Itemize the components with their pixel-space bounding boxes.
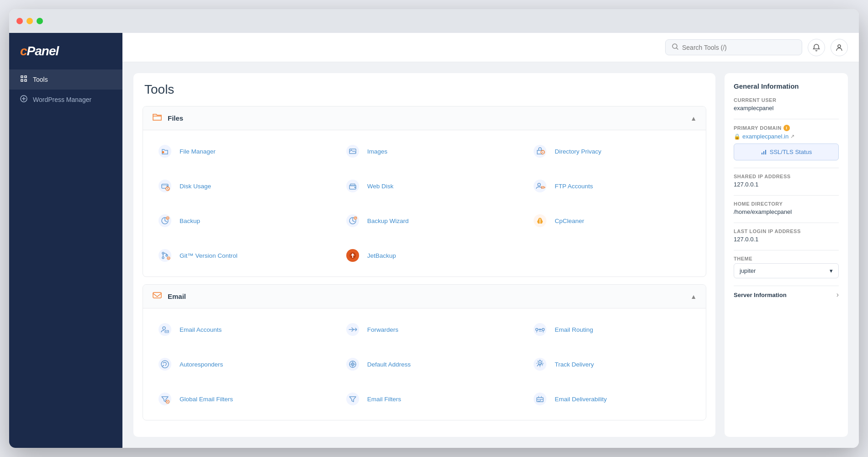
shared-ip-label: Shared IP Address xyxy=(734,174,839,179)
theme-label: Theme xyxy=(734,256,839,261)
email-filters-icon xyxy=(344,390,362,408)
sidebar-item-wordpress[interactable]: WordPress Manager xyxy=(9,90,122,110)
svg-rect-59 xyxy=(763,151,764,154)
files-section-header[interactable]: Files ▲ xyxy=(143,106,706,130)
cpcleaner-label: CpCleaner xyxy=(555,218,584,224)
email-tools-grid: Email Accounts xyxy=(143,308,706,420)
tool-item-autoresponders[interactable]: Autoresponders xyxy=(147,349,327,380)
files-chevron-icon: ▲ xyxy=(690,115,697,122)
wordpress-icon xyxy=(20,95,27,104)
tool-item-file-manager[interactable]: File Manager xyxy=(147,136,327,167)
email-accounts-label: Email Accounts xyxy=(180,326,222,333)
primary-domain-link[interactable]: 🔒 examplecpanel.in ↗ xyxy=(734,133,839,140)
browser-window: cPanel Tools xyxy=(9,9,859,448)
divider-3 xyxy=(734,195,839,196)
default-address-icon xyxy=(344,355,362,373)
files-section-label: Files xyxy=(168,114,183,122)
tool-item-images[interactable]: Images xyxy=(334,136,515,167)
tool-item-jetbackup[interactable]: JetBackup xyxy=(334,240,515,271)
sidebar-item-tools[interactable]: Tools xyxy=(9,69,122,90)
minimize-button[interactable] xyxy=(26,18,33,24)
last-login-label: Last Login IP Address xyxy=(734,228,839,234)
divider-5 xyxy=(734,250,839,250)
global-email-filters-label: Global Email Filters xyxy=(180,396,233,403)
tool-item-backup-wizard[interactable]: Backup Wizard xyxy=(334,205,515,236)
content-area: Tools Files xyxy=(122,62,859,448)
logo-text: cPanel xyxy=(20,44,58,58)
tool-item-email-deliverability[interactable]: Email Deliverability xyxy=(522,383,702,414)
maximize-button[interactable] xyxy=(37,18,43,24)
last-login-row: Last Login IP Address 127.0.0.1 xyxy=(734,228,839,243)
info-panel: General Information Current User example… xyxy=(725,73,848,437)
svg-point-7 xyxy=(351,150,352,151)
autoresponders-icon xyxy=(156,355,174,373)
sidebar-nav: Tools WordPress Manager xyxy=(9,66,122,113)
track-delivery-icon xyxy=(531,355,549,373)
sidebar-item-wordpress-label: WordPress Manager xyxy=(33,96,91,103)
backup-icon xyxy=(156,212,174,230)
disk-usage-label: Disk Usage xyxy=(180,183,211,190)
home-dir-label: Home Directory xyxy=(734,201,839,207)
tool-item-email-routing[interactable]: Email Routing xyxy=(522,314,702,345)
global-email-filters-icon xyxy=(156,390,174,408)
server-info-chevron-icon: › xyxy=(836,291,839,299)
email-deliverability-icon xyxy=(531,390,549,408)
web-disk-icon xyxy=(344,177,362,195)
email-section-header[interactable]: Email ▲ xyxy=(143,285,706,308)
user-button[interactable] xyxy=(831,39,848,56)
page-title: Tools xyxy=(143,82,706,97)
chart-icon xyxy=(761,149,767,155)
home-dir-row: Home Directory /home/examplecpanel xyxy=(734,201,839,215)
current-user-value: examplecpanel xyxy=(734,105,839,112)
email-routing-icon xyxy=(531,320,549,339)
tool-item-disk-usage[interactable]: Disk Usage xyxy=(147,170,327,202)
tool-item-track-delivery[interactable]: Track Delivery xyxy=(522,349,702,380)
tool-item-global-email-filters[interactable]: Global Email Filters xyxy=(147,383,327,414)
theme-select[interactable]: jupiter ▾ xyxy=(734,263,839,278)
backup-wizard-label: Backup Wizard xyxy=(367,218,409,224)
directory-privacy-icon xyxy=(531,142,549,160)
jetbackup-label: JetBackup xyxy=(367,252,396,259)
tool-item-forwarders[interactable]: Forwarders xyxy=(334,314,515,345)
tool-item-email-accounts[interactable]: Email Accounts xyxy=(147,314,327,345)
files-tools-grid: File Manager xyxy=(143,130,706,276)
search-input[interactable] xyxy=(682,44,795,51)
disk-usage-icon xyxy=(156,177,174,195)
tool-item-backup[interactable]: Backup xyxy=(147,205,327,236)
main-content: Tools Files xyxy=(122,33,859,448)
svg-point-17 xyxy=(354,187,355,188)
svg-point-29 xyxy=(159,249,171,262)
primary-domain-row: Primary Domain i 🔒 examplecpanel.in ↗ xyxy=(734,125,839,160)
top-bar xyxy=(122,33,859,62)
default-address-label: Default Address xyxy=(367,361,411,368)
server-info-label: Server Information xyxy=(734,292,787,298)
forwarders-icon xyxy=(344,320,362,339)
email-section: Email ▲ xyxy=(143,284,706,420)
tool-item-default-address[interactable]: Default Address xyxy=(334,349,515,380)
close-button[interactable] xyxy=(16,18,23,24)
ssl-tls-status-button[interactable]: SSL/TLS Status xyxy=(734,143,839,160)
ftp-accounts-icon: FTP xyxy=(531,177,549,195)
current-user-label: Current User xyxy=(734,97,839,103)
home-dir-value: /home/examplecpanel xyxy=(734,208,839,215)
server-info-row[interactable]: Server Information › xyxy=(734,286,839,303)
sidebar-logo: cPanel xyxy=(9,33,122,66)
tool-item-email-filters[interactable]: Email Filters xyxy=(334,383,515,414)
divider-1 xyxy=(734,119,839,119)
external-link-icon: ↗ xyxy=(790,133,794,139)
sidebar-item-tools-label: Tools xyxy=(33,76,48,83)
tool-item-cpcleaner[interactable]: CpCleaner xyxy=(522,205,702,236)
notifications-button[interactable] xyxy=(808,39,825,56)
tool-item-git[interactable]: Git™ Version Control xyxy=(147,240,327,271)
svg-point-52 xyxy=(540,362,541,363)
git-label: Git™ Version Control xyxy=(180,252,238,259)
svg-point-53 xyxy=(159,393,171,405)
email-section-label: Email xyxy=(168,292,186,300)
tool-item-ftp-accounts[interactable]: FTP FTP Accounts xyxy=(522,170,702,202)
email-accounts-icon xyxy=(156,320,174,339)
current-user-row: Current User examplecpanel xyxy=(734,97,839,112)
app-body: cPanel Tools xyxy=(9,33,859,448)
images-icon xyxy=(344,142,362,160)
tool-item-web-disk[interactable]: Web Disk xyxy=(334,170,515,202)
tool-item-directory-privacy[interactable]: Directory Privacy xyxy=(522,136,702,167)
